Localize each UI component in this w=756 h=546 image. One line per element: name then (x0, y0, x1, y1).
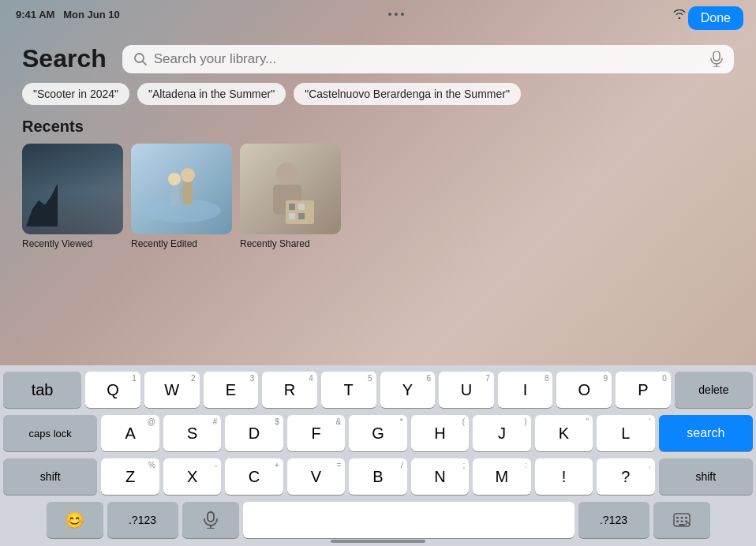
wifi-icon (673, 9, 686, 19)
recents-grid: Recently Viewed (22, 144, 734, 249)
keyboard-area: tab 1 Q 2 W 3 E 4 R 5 T 6 Y 7 U (0, 365, 756, 546)
svg-point-11 (276, 163, 298, 185)
status-bar: 9:41 AM Mon Jun 10 100% (0, 0, 756, 28)
search-title: Search (22, 44, 107, 73)
key-n[interactable]: ; N (411, 458, 469, 495)
keyboard-row-2: caps lock @ A # S $ D & F * G ( H ) J (3, 415, 753, 451)
svg-rect-22 (676, 517, 679, 519)
search-header: Search (0, 32, 756, 83)
key-m[interactable]: : M (473, 458, 530, 495)
recent-item-viewed[interactable]: Recently Viewed (22, 144, 123, 249)
recent-thumb-edited (131, 144, 232, 234)
recents-title: Recents (22, 118, 734, 136)
status-dots (388, 13, 404, 16)
search-input-wrapper[interactable] (122, 45, 734, 73)
done-button[interactable]: Done (688, 6, 743, 30)
mic-icon[interactable] (710, 51, 723, 67)
recent-thumb-viewed (22, 144, 123, 234)
svg-rect-17 (298, 213, 305, 219)
keyboard-row-4: 😊 .?123 .?123 (3, 502, 753, 538)
key-u[interactable]: 7 U (439, 372, 494, 408)
chip-1[interactable]: "Altadena in the Summer" (137, 83, 286, 105)
key-search-action[interactable]: search (659, 415, 753, 451)
key-s[interactable]: # S (163, 415, 221, 451)
svg-rect-14 (289, 204, 295, 210)
svg-rect-26 (680, 521, 683, 523)
key-exclaim[interactable]: ! (535, 458, 593, 495)
key-z[interactable]: % Z (101, 458, 159, 495)
svg-point-5 (142, 199, 221, 223)
key-tab[interactable]: tab (3, 372, 81, 408)
recent-thumb-shared (240, 144, 341, 234)
recent-label-viewed: Recently Viewed (22, 238, 92, 249)
key-caps-lock[interactable]: caps lock (3, 415, 97, 451)
recent-label-edited: Recently Edited (131, 238, 197, 249)
dot-3 (401, 13, 404, 16)
chip-0[interactable]: "Scooter in 2024" (22, 83, 129, 105)
mic-key-icon (204, 511, 218, 529)
key-y[interactable]: 6 Y (380, 372, 436, 408)
key-space[interactable] (243, 502, 574, 538)
keyboard-key-icon (673, 513, 691, 527)
key-emoji[interactable]: 😊 (47, 502, 103, 538)
key-h[interactable]: ( H (411, 415, 469, 451)
svg-rect-7 (170, 185, 179, 205)
keyboard-row-3: shift % Z - X + C = V / B ; N : M (3, 458, 753, 495)
key-e[interactable]: 3 E (204, 372, 259, 408)
key-o[interactable]: 9 O (556, 372, 612, 408)
status-time: 9:41 AM (16, 9, 54, 21)
status-time-date: 9:41 AM Mon Jun 10 (16, 9, 120, 21)
shared-thumb-svg (240, 144, 341, 234)
svg-rect-15 (298, 204, 305, 210)
search-input[interactable] (154, 51, 704, 67)
key-mic[interactable] (182, 502, 239, 538)
search-icon (133, 52, 148, 66)
svg-rect-18 (208, 512, 214, 522)
svg-point-8 (181, 168, 195, 182)
key-r[interactable]: 4 R (262, 372, 317, 408)
key-l[interactable]: ' L (597, 415, 654, 451)
svg-rect-28 (679, 524, 685, 525)
key-q[interactable]: 1 Q (85, 372, 140, 408)
recent-label-shared: Recently Shared (240, 238, 310, 249)
key-123-right[interactable]: .?123 (578, 502, 649, 538)
svg-rect-24 (685, 517, 687, 519)
recents-section: Recents Recently Viewed (0, 105, 756, 262)
suggestion-chips: "Scooter in 2024" "Altadena in the Summe… (0, 83, 756, 105)
key-p[interactable]: 0 P (616, 372, 671, 408)
key-d[interactable]: $ D (225, 415, 283, 451)
key-g[interactable]: * G (349, 415, 406, 451)
key-shift-left[interactable]: shift (3, 458, 97, 495)
key-a[interactable]: @ A (101, 415, 159, 451)
key-i[interactable]: 8 I (498, 372, 553, 408)
key-123-left[interactable]: .?123 (107, 502, 178, 538)
key-keyboard[interactable] (653, 502, 710, 538)
key-v[interactable]: = V (287, 458, 345, 495)
svg-rect-27 (685, 521, 687, 523)
svg-rect-1 (713, 51, 720, 61)
key-c[interactable]: + C (225, 458, 283, 495)
dot-2 (395, 13, 398, 16)
dot-1 (388, 13, 391, 16)
status-date: Mon Jun 10 (63, 9, 120, 21)
recent-item-edited[interactable]: Recently Edited (131, 144, 232, 249)
svg-rect-9 (182, 182, 193, 204)
key-shift-right[interactable]: shift (659, 458, 753, 495)
key-question[interactable]: . ? (597, 458, 654, 495)
svg-rect-23 (680, 517, 683, 519)
svg-rect-16 (289, 213, 295, 219)
key-b[interactable]: / B (349, 458, 406, 495)
key-w[interactable]: 2 W (144, 372, 200, 408)
key-f[interactable]: & F (287, 415, 345, 451)
keyboard-row-1: tab 1 Q 2 W 3 E 4 R 5 T 6 Y 7 U (3, 372, 753, 408)
key-k[interactable]: " K (535, 415, 593, 451)
home-indicator (331, 540, 425, 543)
key-delete[interactable]: delete (675, 372, 753, 408)
key-j[interactable]: ) J (473, 415, 530, 451)
chip-2[interactable]: "Castelnuovo Berardenga in the Summer" (294, 83, 521, 105)
key-x[interactable]: - X (163, 458, 221, 495)
key-t[interactable]: 5 T (321, 372, 376, 408)
recent-item-shared[interactable]: Recently Shared (240, 144, 341, 249)
svg-point-6 (168, 173, 181, 185)
edited-thumb-svg (131, 144, 232, 234)
